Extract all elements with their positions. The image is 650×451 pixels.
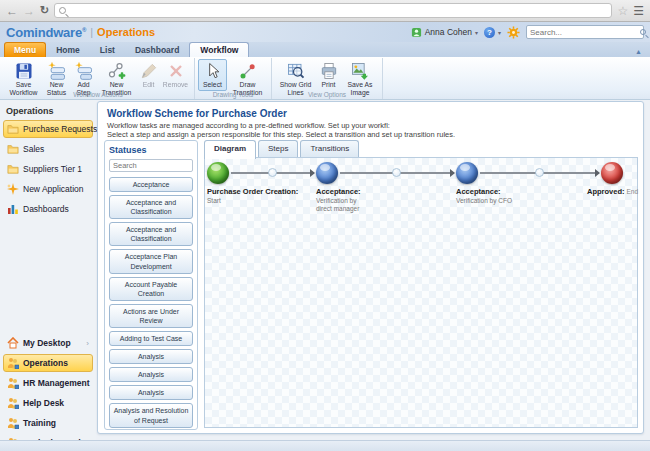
status-item[interactable]: Acceptance Plan Development — [109, 249, 193, 273]
bookmark-star-icon[interactable]: ☆ — [617, 4, 628, 18]
product-name: Operations — [97, 26, 155, 38]
status-item[interactable]: Acceptance and Classification — [109, 195, 193, 219]
app-header: Comindware® | Operations Anna Cohen ▾ ? … — [0, 22, 650, 42]
node-label: Approved:End — [587, 187, 638, 196]
sidebar-expand-icon[interactable]: › — [86, 339, 89, 348]
folder-icon — [7, 143, 19, 155]
back-icon[interactable]: ← — [6, 5, 18, 17]
node-label: Acceptance: — [456, 187, 501, 196]
sidebar-workspace-training[interactable]: Training — [3, 414, 93, 432]
global-search[interactable] — [526, 25, 644, 39]
brand-divider: | — [90, 26, 93, 38]
brand-logo[interactable]: Comindware® — [6, 25, 86, 40]
page-description-line2: Select a step and assign a person respon… — [107, 130, 455, 139]
edit-button[interactable]: Edit — [137, 59, 160, 91]
address-bar[interactable] — [54, 3, 612, 18]
status-item[interactable]: Acceptance and Classification — [109, 222, 193, 246]
workflow-canvas[interactable]: Purchase Order Creation: Start Acceptanc… — [204, 157, 638, 428]
help-menu[interactable]: ? ▾ — [484, 27, 501, 38]
statuses-search-input[interactable] — [109, 159, 193, 172]
grid-magnifier-icon — [286, 61, 306, 81]
statuses-header: Statuses — [109, 145, 193, 155]
dashboards-chart-icon — [7, 203, 19, 215]
statuses-panel: Statuses Acceptance Acceptance and Class… — [104, 140, 198, 430]
status-item[interactable]: Actions are Under Review — [109, 304, 193, 328]
status-item[interactable]: Acceptance — [109, 177, 193, 192]
status-item[interactable]: Adding to Test Case — [109, 331, 193, 346]
global-search-input[interactable] — [530, 28, 640, 37]
sidebar-item-suppliers-tier-1[interactable]: Suppliers Tier 1 — [3, 160, 93, 178]
address-input[interactable] — [70, 6, 607, 16]
tab-steps[interactable]: Steps — [258, 140, 298, 158]
nav-tab-bar: Menu Home List Dashboard Workflow ▲ — [0, 42, 650, 57]
help-caret-icon: ▾ — [498, 29, 501, 36]
tab-home[interactable]: Home — [46, 43, 90, 57]
status-item[interactable]: Analysis and Resolution of Request — [109, 403, 193, 427]
ribbon-group-label: Drawing Tools — [195, 91, 271, 98]
forward-icon[interactable]: → — [23, 5, 35, 17]
sidebar-item-sales[interactable]: Sales — [3, 140, 93, 158]
user-menu[interactable]: Anna Cohen ▾ — [411, 27, 478, 38]
sidebar-item-new-application[interactable]: New Application — [3, 180, 93, 198]
workflow-node-start[interactable] — [207, 162, 229, 184]
browser-menu-icon[interactable]: ☰ — [633, 4, 644, 18]
tab-diagram[interactable]: Diagram — [204, 140, 256, 159]
draw-transition-icon — [238, 61, 258, 81]
ribbon-group-drawing-tools: Select Draw Transition Drawing Tools — [195, 58, 272, 99]
ribbon-group-label: View Options — [272, 91, 382, 98]
ribbon-group-view-options: Show Grid Lines Print Save As Image View… — [272, 58, 383, 99]
page-description-line1: Workflow tasks are managed according to … — [107, 121, 390, 130]
sidebar-workspace-operations[interactable]: Operations — [3, 354, 93, 372]
workflow-node-approved[interactable] — [601, 162, 623, 184]
tab-menu[interactable]: Menu — [4, 42, 46, 57]
workspace-people-icon — [7, 397, 19, 409]
node-label: Purchase Order Creation: — [207, 187, 298, 196]
sidebar-workspace-hr-management[interactable]: HR Management — [3, 374, 93, 392]
workflow-node-acceptance-2[interactable] — [456, 162, 478, 184]
ribbon-collapse-icon[interactable]: ▲ — [631, 48, 646, 57]
search-icon — [640, 29, 646, 35]
sidebar-item-purchase-requests[interactable]: Purchase Requests — [3, 120, 93, 138]
tab-transitions[interactable]: Transitions — [300, 140, 359, 158]
image-icon — [350, 61, 370, 81]
address-search-icon — [59, 7, 66, 14]
sidebar-workspace-my-desktop[interactable]: My Desktop › — [3, 334, 93, 352]
transition-midpoint[interactable] — [392, 168, 401, 177]
select-tool-button[interactable]: Select — [198, 59, 227, 91]
user-icon — [411, 27, 422, 38]
status-item[interactable]: Analysis — [109, 385, 193, 400]
remove-button[interactable]: Remove — [160, 59, 191, 91]
new-transition-icon — [107, 61, 127, 81]
workflow-node-acceptance-1[interactable] — [316, 162, 338, 184]
transition-midpoint[interactable] — [268, 168, 277, 177]
node-subtitle: End — [627, 188, 639, 195]
node-subtitle: Verification by direct manager — [316, 197, 372, 213]
new-status-icon — [47, 61, 67, 81]
user-caret-icon: ▾ — [475, 29, 478, 36]
tab-workflow[interactable]: Workflow — [189, 42, 249, 57]
tab-dashboard[interactable]: Dashboard — [125, 43, 189, 57]
workspace-people-icon — [7, 377, 19, 389]
status-item[interactable]: Account Payable Creation — [109, 277, 193, 301]
status-bar — [0, 440, 650, 451]
statuses-list: Acceptance Acceptance and Classification… — [109, 177, 193, 430]
folder-icon — [7, 163, 19, 175]
edit-pencil-icon — [139, 61, 159, 81]
browser-toolbar: ← → ↻ ☆ ☰ — [0, 0, 650, 22]
status-item[interactable]: Analysis — [109, 367, 193, 382]
new-application-sparkle-icon — [7, 183, 19, 195]
reload-icon[interactable]: ↻ — [40, 5, 49, 16]
help-icon: ? — [484, 27, 495, 38]
print-button[interactable]: Print — [316, 59, 341, 91]
add-step-icon — [74, 61, 94, 81]
ribbon-group-label: Workflow Actions — [2, 91, 194, 98]
cursor-icon — [203, 61, 223, 81]
settings-gear-icon[interactable] — [507, 26, 520, 39]
sidebar-item-dashboards[interactable]: Dashboards — [3, 200, 93, 218]
tab-list[interactable]: List — [90, 43, 125, 57]
sidebar-workspace-help-desk[interactable]: Help Desk — [3, 394, 93, 412]
page-title: Workflow Scheme for Purchase Order — [107, 108, 287, 119]
transition-midpoint[interactable] — [535, 168, 544, 177]
home-icon — [7, 337, 19, 349]
status-item[interactable]: Analysis — [109, 349, 193, 364]
